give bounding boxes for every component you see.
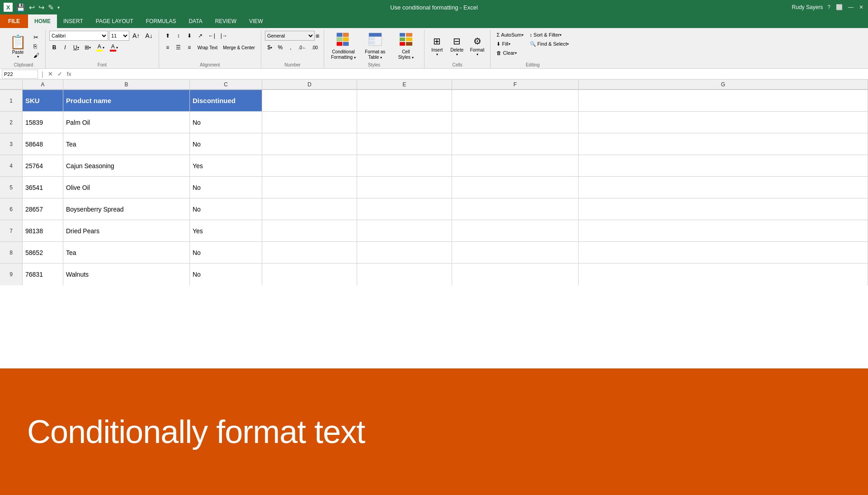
cancel-formula-icon[interactable]: ✕ <box>47 71 54 77</box>
cell-f6[interactable] <box>452 198 579 220</box>
function-icon[interactable]: fx <box>66 71 72 77</box>
col-header-a[interactable]: A <box>23 80 63 90</box>
cell-g8[interactable] <box>579 242 868 263</box>
header-cell-d[interactable] <box>262 90 357 111</box>
find-select-button[interactable]: 🔍 Find & Select ▾ <box>528 40 571 48</box>
cell-d5[interactable] <box>262 177 357 198</box>
align-middle-button[interactable]: ↕ <box>174 31 184 41</box>
cell-e7[interactable] <box>357 220 452 241</box>
row-header-2[interactable]: 2 <box>0 112 23 133</box>
cell-f4[interactable] <box>452 155 579 176</box>
align-right-button[interactable]: ≡ <box>184 42 194 52</box>
row-header-3[interactable]: 3 <box>0 133 23 155</box>
align-bottom-button[interactable]: ⬇ <box>184 31 194 41</box>
cell-d9[interactable] <box>262 264 357 285</box>
cell-e9[interactable] <box>357 264 452 285</box>
comma-button[interactable]: , <box>286 42 296 52</box>
italic-button[interactable]: I <box>60 42 70 52</box>
quick-access-more-icon[interactable]: ✎ <box>47 2 55 13</box>
cell-e3[interactable] <box>357 133 452 155</box>
cell-b7[interactable]: Dried Pears <box>63 220 190 241</box>
confirm-formula-icon[interactable]: ✓ <box>57 71 63 77</box>
merge-center-button[interactable]: Merge & Center <box>221 42 257 52</box>
cell-d4[interactable] <box>262 155 357 176</box>
decrease-font-button[interactable]: A↓ <box>143 31 155 41</box>
save-icon[interactable]: 💾 <box>15 2 26 13</box>
font-size-select[interactable]: 11 <box>109 31 129 41</box>
header-cell-g[interactable] <box>579 90 868 111</box>
sort-filter-button[interactable]: ↕ Sort & Filter ▾ <box>528 31 564 39</box>
cell-e4[interactable] <box>357 155 452 176</box>
percent-button[interactable]: % <box>275 42 285 52</box>
cell-g2[interactable] <box>579 112 868 133</box>
cell-b6[interactable]: Boysenberry Spread <box>63 198 190 220</box>
cell-c7[interactable]: Yes <box>190 220 262 241</box>
cell-c4[interactable]: Yes <box>190 155 262 176</box>
borders-button[interactable]: ⊞▾ <box>82 42 93 52</box>
delete-button[interactable]: ⊟ Delete ▾ <box>448 33 466 60</box>
cell-a6[interactable]: 28657 <box>23 198 63 220</box>
col-header-c[interactable]: C <box>190 80 262 90</box>
cell-c9[interactable]: No <box>190 264 262 285</box>
cell-e8[interactable] <box>357 242 452 263</box>
header-cell-sku[interactable]: SKU <box>23 90 63 111</box>
row-header-1[interactable]: 1 <box>0 90 23 111</box>
number-format-select[interactable]: General <box>265 31 315 41</box>
cell-g3[interactable] <box>579 133 868 155</box>
paste-button[interactable]: 📋 Paste ▾ <box>5 33 30 60</box>
cell-c2[interactable]: No <box>190 112 262 133</box>
help-icon[interactable]: ? <box>826 3 831 11</box>
cell-g5[interactable] <box>579 177 868 198</box>
tab-file[interactable]: FILE <box>0 14 28 28</box>
cell-c6[interactable]: No <box>190 198 262 220</box>
restore-icon[interactable]: ⬜ <box>835 3 844 11</box>
cell-f7[interactable] <box>452 220 579 241</box>
customize-icon[interactable]: ▾ <box>57 4 61 11</box>
cell-c3[interactable]: No <box>190 133 262 155</box>
clear-button[interactable]: 🗑 Clear ▾ <box>494 49 519 57</box>
font-color-button[interactable]: A ▾ <box>108 42 120 52</box>
header-cell-f[interactable] <box>452 90 579 111</box>
header-cell-e[interactable] <box>357 90 452 111</box>
header-cell-discontinued[interactable]: Discontinued <box>190 90 262 111</box>
tab-page-layout[interactable]: PAGE LAYOUT <box>90 14 140 28</box>
cell-b3[interactable]: Tea <box>63 133 190 155</box>
align-top-button[interactable]: ⬆ <box>163 31 173 41</box>
tab-formulas[interactable]: FORMULAS <box>140 14 183 28</box>
wrap-text-button[interactable]: Wrap Text <box>195 42 220 52</box>
redo-icon[interactable]: ↪ <box>38 2 45 13</box>
row-header-4[interactable]: 4 <box>0 155 23 176</box>
cell-reference-box[interactable] <box>2 70 38 79</box>
cell-g6[interactable] <box>579 198 868 220</box>
cell-f8[interactable] <box>452 242 579 263</box>
increase-decimal-button[interactable]: .00 <box>309 42 320 52</box>
autosum-button[interactable]: Σ AutoSum ▾ <box>494 31 525 39</box>
row-header-9[interactable]: 9 <box>0 264 23 285</box>
row-header-8[interactable]: 8 <box>0 242 23 263</box>
col-header-b[interactable]: B <box>63 80 190 90</box>
close-icon[interactable]: ✕ <box>858 3 864 11</box>
col-header-f[interactable]: F <box>452 80 579 90</box>
col-header-d[interactable]: D <box>262 80 357 90</box>
bold-button[interactable]: B <box>49 42 59 52</box>
cell-d8[interactable] <box>262 242 357 263</box>
cell-d6[interactable] <box>262 198 357 220</box>
align-left-button[interactable]: ≡ <box>163 42 173 52</box>
format-button[interactable]: ⚙ Format ▾ <box>468 33 487 60</box>
cell-c8[interactable]: No <box>190 242 262 263</box>
tab-insert[interactable]: INSERT <box>57 14 90 28</box>
cell-b8[interactable]: Tea <box>63 242 190 263</box>
cell-f5[interactable] <box>452 177 579 198</box>
conditional-formatting-button[interactable]: ConditionalFormatting ▾ <box>328 33 359 60</box>
cell-a8[interactable]: 58652 <box>23 242 63 263</box>
cell-a9[interactable]: 76831 <box>23 264 63 285</box>
cell-f9[interactable] <box>452 264 579 285</box>
cell-b4[interactable]: Cajun Seasoning <box>63 155 190 176</box>
number-expand-icon[interactable]: ⊞ <box>316 33 319 38</box>
format-painter-button[interactable]: 🖌 <box>31 51 42 59</box>
col-header-g[interactable]: G <box>579 80 868 90</box>
cell-e2[interactable] <box>357 112 452 133</box>
cell-styles-button[interactable]: CellStyles ▾ <box>392 33 420 60</box>
text-direction-button[interactable]: ↗ <box>195 31 205 41</box>
cell-c5[interactable]: No <box>190 177 262 198</box>
